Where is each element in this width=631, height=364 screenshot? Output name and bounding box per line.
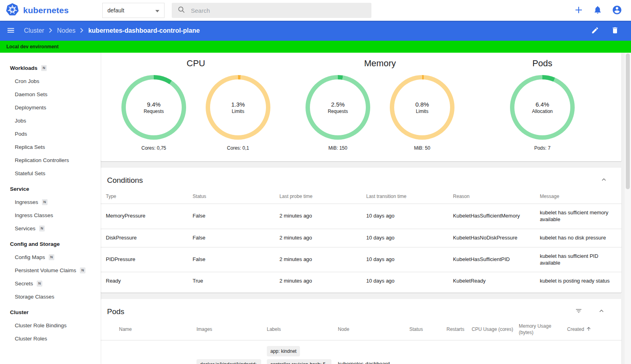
pod-label-chip: controller-revision-hash: 58f5b657b8: [267, 359, 331, 364]
search-bar[interactable]: [172, 3, 371, 18]
column-created[interactable]: Created: [567, 326, 609, 334]
condition-message: kubelet is posting ready status: [535, 272, 621, 290]
sidebar-item-secrets[interactable]: Secrets N: [0, 277, 101, 290]
sidebar-item-deployments[interactable]: Deployments: [0, 101, 101, 114]
kubernetes-logo[interactable]: kubernetes: [0, 3, 102, 18]
menu-button[interactable]: [6, 26, 15, 36]
memory-title: Memory: [306, 58, 454, 69]
sidebar-item-label: Cron Jobs: [15, 78, 40, 84]
sidebar-item-label: Config Maps: [15, 254, 45, 260]
gauge-percent: 2.5%: [331, 101, 345, 108]
pods-allocation-donut: 6.4% Allocation: [510, 75, 575, 140]
sidebar-section-service: Service Ingresses N Ingress Classes Serv…: [0, 182, 101, 235]
pods-collapse-button[interactable]: [597, 307, 605, 316]
gauge-label: Limits: [416, 109, 428, 114]
search-icon: [177, 6, 185, 15]
cpu-requests-donut: 9.4% Requests: [121, 75, 186, 140]
condition-row: DiskPressure False 2 minutes ago 10 days…: [101, 229, 621, 247]
sidebar-item-label: Ingress Classes: [15, 212, 53, 218]
edit-button[interactable]: [591, 26, 599, 36]
resource-overview-card: CPU 9.4% Requests Cores: 0,75: [101, 53, 621, 161]
new-badge: N: [41, 65, 47, 71]
condition-message: kubelet has sufficient PID available: [535, 247, 621, 272]
pods-gauge-group: Pods 6.4% Allocation Pods: 7: [510, 58, 575, 151]
sort-ascending-icon: [586, 326, 591, 334]
namespace-value: default: [107, 7, 124, 14]
main-content: CPU 9.4% Requests Cores: 0,75: [101, 53, 631, 364]
breadcrumb-current-node: kubernetes-dashboard-control-plane: [88, 27, 200, 34]
main-scrollbar[interactable]: [625, 53, 631, 364]
sidebar-item-stateful-sets[interactable]: Stateful Sets: [0, 167, 101, 180]
sidebar-item-config-and-storage[interactable]: Config and Storage: [0, 237, 101, 251]
condition-status: False: [187, 204, 274, 229]
column-name[interactable]: Name: [119, 326, 196, 333]
sidebar-item-pods[interactable]: Pods: [0, 127, 101, 140]
sidebar-item-workloads[interactable]: Workloads N: [0, 61, 101, 75]
pod-row: kindnet-fmj8d docker.io/kindest/kindnetd…: [101, 340, 621, 364]
sidebar-item-daemon-sets[interactable]: Daemon Sets: [0, 88, 101, 101]
column-created-label: Created: [567, 326, 584, 333]
memory-gauge-group: Memory 2.5% Requests MiB: 150: [306, 58, 454, 151]
condition-transition-time: 10 days ago: [361, 247, 448, 272]
account-button[interactable]: [612, 5, 622, 16]
sidebar-item-services[interactable]: Services N: [0, 222, 101, 235]
sidebar-item-label: Cluster Role Bindings: [15, 322, 67, 328]
brand-title: kubernetes: [23, 6, 69, 15]
column-cpu-usage: CPU Usage (cores): [472, 326, 519, 333]
condition-row: Ready True 2 minutes ago 10 days ago Kub…: [101, 272, 621, 290]
scrollbar-thumb[interactable]: [626, 53, 630, 189]
condition-status: False: [187, 247, 274, 272]
namespace-selector[interactable]: default: [102, 3, 165, 18]
conditions-card: Conditions Type Status Last probe time: [101, 168, 621, 293]
search-input[interactable]: [191, 7, 366, 14]
condition-reason: KubeletHasSufficientPID: [448, 247, 534, 272]
gauge-label: Requests: [144, 109, 164, 114]
sidebar-item-label: Secrets: [15, 281, 33, 287]
condition-probe-time: 2 minutes ago: [274, 272, 361, 290]
condition-row: MemoryPressure False 2 minutes ago 10 da…: [101, 204, 621, 229]
create-resource-button[interactable]: [574, 5, 583, 16]
sidebar: Workloads N Cron Jobs Daemon Sets Deploy…: [0, 53, 101, 364]
conditions-table: Type Status Last probe time Last transit…: [101, 190, 621, 290]
gauge-percent: 6.4%: [536, 101, 549, 108]
sidebar-item-jobs[interactable]: Jobs: [0, 114, 101, 127]
gauge-footer: MiB: 150: [328, 145, 347, 151]
pods-card: Pods Name Images: [101, 299, 621, 364]
sidebar-item-storage-classes[interactable]: Storage Classes: [0, 290, 101, 303]
column-status: Status: [409, 326, 446, 333]
condition-reason: KubeletHasSufficientMemory: [448, 204, 534, 229]
sidebar-item-persistent-volume-claims[interactable]: Persistent Volume Claims N: [0, 264, 101, 277]
column-type: Type: [101, 190, 187, 204]
sidebar-item-label: Daemon Sets: [15, 91, 48, 97]
sidebar-item-ingress-classes[interactable]: Ingress Classes: [0, 209, 101, 222]
sidebar-item-replica-sets[interactable]: Replica Sets: [0, 140, 101, 154]
memory-limits-donut: 0.8% Limits: [390, 75, 454, 140]
sidebar-item-config-maps[interactable]: Config Maps N: [0, 251, 101, 264]
breadcrumb-nodes[interactable]: Nodes: [57, 27, 75, 34]
sidebar-item-cluster[interactable]: Cluster: [0, 306, 101, 319]
cpu-limits-donut: 1.3% Limits: [206, 75, 270, 140]
gauge-percent: 1.3%: [231, 101, 245, 108]
caret-down-icon: [155, 7, 159, 14]
column-message: Message: [535, 190, 621, 204]
condition-message: kubelet has no disk pressure: [535, 229, 621, 247]
cpu-title: CPU: [121, 58, 270, 69]
pods-filter-button[interactable]: [575, 307, 582, 316]
sidebar-item-label: Replication Controllers: [15, 157, 69, 163]
sidebar-item-label: Persistent Volume Claims: [15, 267, 76, 273]
sidebar-item-cluster-roles[interactable]: Cluster Roles: [0, 332, 101, 345]
conditions-collapse-button[interactable]: [600, 176, 608, 185]
sidebar-item-cron-jobs[interactable]: Cron Jobs: [0, 75, 101, 88]
column-last-probe-time: Last probe time: [274, 190, 361, 204]
new-badge: N: [42, 199, 48, 205]
sidebar-item-label: Cluster Roles: [15, 336, 47, 342]
sidebar-item-service[interactable]: Service: [0, 182, 101, 196]
breadcrumb-cluster[interactable]: Cluster: [24, 27, 44, 34]
sidebar-item-ingresses[interactable]: Ingresses N: [0, 196, 101, 209]
breadcrumb-toolbar: Cluster Nodes kubernetes-dashboard-contr…: [0, 21, 631, 41]
notifications-button[interactable]: [593, 5, 602, 16]
delete-button[interactable]: [611, 26, 619, 36]
sidebar-item-replication-controllers[interactable]: Replication Controllers: [0, 154, 101, 167]
condition-transition-time: 10 days ago: [361, 204, 448, 229]
sidebar-item-cluster-role-bindings[interactable]: Cluster Role Bindings: [0, 319, 101, 332]
